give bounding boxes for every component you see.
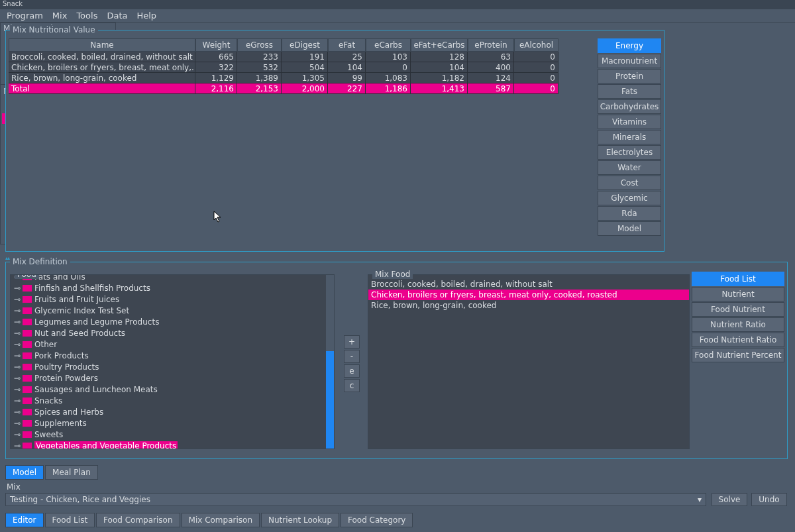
cons-tab[interactable]: Nutrient Ratio bbox=[692, 317, 784, 332]
tree-item[interactable]: ⊸Finfish and Shellfish Products bbox=[13, 282, 334, 293]
cell-value: 400 bbox=[468, 62, 514, 73]
cons-tab[interactable]: Nutrient bbox=[692, 287, 784, 301]
cell-value: 1,129 bbox=[195, 73, 237, 83]
tree-item[interactable]: ⊸Supplements bbox=[13, 417, 334, 429]
folder-icon bbox=[23, 431, 32, 438]
tree-item[interactable]: ⊸Spices and Herbs bbox=[13, 406, 334, 417]
transfer-add-button[interactable]: + bbox=[344, 335, 360, 348]
col-header[interactable]: eFat+eCarbs bbox=[411, 38, 468, 52]
tab-electrolytes[interactable]: Electrolytes bbox=[598, 145, 661, 160]
tree-item[interactable]: ⊸Snacks bbox=[13, 395, 334, 406]
mode-tab-meal-plan[interactable]: Meal Plan bbox=[45, 465, 98, 480]
constraint-type-tabs: Food ListNutrientFood NutrientNutrient R… bbox=[692, 272, 784, 362]
table-row[interactable]: Rice, brown, long-grain, cooked1,1291,38… bbox=[9, 73, 572, 83]
tree-item[interactable]: ⊸Sausages and Luncheon Meats bbox=[13, 384, 334, 395]
view-tab-nutrient-lookup[interactable]: Nutrient Lookup bbox=[261, 513, 339, 527]
mixfood-item[interactable]: Broccoli, cooked, boiled, drained, witho… bbox=[368, 279, 689, 290]
folder-icon bbox=[23, 341, 32, 348]
tree-item[interactable]: ⊸Legumes and Legume Products bbox=[13, 316, 334, 327]
mixfood-item[interactable]: Chicken, broilers or fryers, breast, mea… bbox=[368, 290, 689, 300]
col-header[interactable]: eAlcohol bbox=[514, 38, 558, 52]
nutrition-table: NameWeighteGrosseDigesteFateCarbseFat+eC… bbox=[9, 38, 572, 94]
view-tab-food-list[interactable]: Food List bbox=[45, 513, 95, 527]
folder-icon bbox=[23, 296, 32, 303]
tree-item[interactable]: ⊸Fruits and Fruit Juices bbox=[13, 293, 334, 305]
cell-value: 124 bbox=[468, 73, 514, 83]
tab-macronutrient[interactable]: Macronutrient bbox=[598, 54, 661, 68]
tab-rda[interactable]: Rda bbox=[598, 206, 661, 221]
tree-item[interactable]: ⊸Protein Powders bbox=[13, 372, 334, 384]
menu-tools[interactable]: Tools bbox=[76, 11, 97, 21]
mix-selector[interactable]: Testing - Chicken, Rice and Veggies ▾ bbox=[5, 493, 706, 506]
cell-value: 1,389 bbox=[237, 73, 282, 83]
table-row[interactable]: Chicken, broilers or fryers, breast, mea… bbox=[9, 62, 572, 73]
tab-water[interactable]: Water bbox=[598, 160, 661, 175]
menu-mix[interactable]: Mix bbox=[52, 11, 68, 21]
transfer-e-button[interactable]: e bbox=[344, 364, 360, 378]
tree-item[interactable]: ⊸Poultry Products bbox=[13, 361, 334, 372]
cell-value: 1,186 bbox=[366, 83, 411, 94]
tree-scrollbar[interactable] bbox=[326, 275, 334, 449]
col-header[interactable]: Name bbox=[9, 38, 195, 52]
folder-icon bbox=[23, 330, 32, 337]
tab-fats[interactable]: Fats bbox=[598, 84, 661, 99]
splitter[interactable]: ▴▴▾▾ bbox=[5, 255, 788, 259]
tab-minerals[interactable]: Minerals bbox=[598, 130, 661, 144]
total-row[interactable]: Total2,1162,1532,0002271,1861,4135870 bbox=[9, 83, 572, 94]
tree-item[interactable]: ⊸Glycemic Index Test Set bbox=[13, 305, 334, 316]
tab-protein[interactable]: Protein bbox=[598, 69, 661, 83]
col-header[interactable]: eFat bbox=[328, 38, 366, 52]
solve-button[interactable]: Solve bbox=[712, 493, 747, 506]
folder-icon bbox=[23, 398, 32, 404]
col-header[interactable]: eGross bbox=[237, 38, 282, 52]
cell-value: 0 bbox=[514, 73, 558, 83]
view-tab-food-comparison[interactable]: Food Comparison bbox=[96, 513, 180, 527]
cell-name: Rice, brown, long-grain, cooked bbox=[9, 73, 195, 83]
tab-glycemic[interactable]: Glycemic bbox=[598, 191, 661, 205]
cell-value: 2,153 bbox=[237, 83, 282, 94]
transfer-c-button[interactable]: c bbox=[344, 379, 360, 392]
tab-model[interactable]: Model bbox=[598, 221, 661, 236]
view-tab-food-category[interactable]: Food Category bbox=[341, 513, 413, 527]
col-header[interactable]: eProtein bbox=[468, 38, 514, 52]
col-header[interactable]: eCarbs bbox=[366, 38, 411, 52]
col-header[interactable]: eDigest bbox=[282, 38, 328, 52]
mixfood-item[interactable]: Rice, brown, long-grain, cooked bbox=[368, 300, 689, 311]
view-tab-mix-comparison[interactable]: Mix Comparison bbox=[182, 513, 260, 527]
cell-value: 104 bbox=[328, 62, 366, 73]
tree-item[interactable]: ⊸Fats and Oils bbox=[13, 274, 334, 282]
tab-carbohydrates[interactable]: Carbohydrates bbox=[598, 99, 661, 114]
tree-item[interactable]: ⊸Pork Products bbox=[13, 350, 334, 361]
tree-item[interactable]: ⊸Vegetables and Vegetable Products bbox=[13, 440, 334, 449]
menu-help[interactable]: Help bbox=[136, 11, 156, 21]
tree-item[interactable]: ⊸Nut and Seed Products bbox=[13, 327, 334, 339]
table-row[interactable]: Broccoli, cooked, boiled, drained, witho… bbox=[9, 52, 572, 62]
nutrition-category-tabs: EnergyMacronutrientProteinFatsCarbohydra… bbox=[598, 38, 661, 236]
cons-tab[interactable]: Food Nutrient Ratio bbox=[692, 333, 784, 347]
food-tree: Food ⊸Fats and Oils⊸Finfish and Shellfis… bbox=[10, 274, 335, 449]
cons-tab[interactable]: Food Nutrient bbox=[692, 302, 784, 317]
col-header[interactable]: Weight bbox=[195, 38, 237, 52]
menu-data[interactable]: Data bbox=[107, 11, 127, 21]
tab-cost[interactable]: Cost bbox=[598, 176, 661, 190]
scroll-thumb[interactable] bbox=[326, 351, 334, 449]
cons-tab[interactable]: Food Nutrient Percent bbox=[692, 348, 784, 362]
cell-value: 504 bbox=[282, 62, 328, 73]
folder-icon bbox=[23, 319, 32, 325]
mix-label: Mix bbox=[7, 482, 21, 492]
view-tab-editor[interactable]: Editor bbox=[5, 513, 44, 527]
tree-item[interactable]: ⊸Sweets bbox=[13, 429, 334, 440]
cons-tab[interactable]: Food List bbox=[692, 272, 784, 286]
tab-energy[interactable]: Energy bbox=[598, 38, 661, 53]
tree-item[interactable]: ⊸Other bbox=[13, 339, 334, 350]
menu-program[interactable]: Program bbox=[7, 11, 43, 21]
cell-value: 25 bbox=[328, 52, 366, 62]
cell-value: 191 bbox=[282, 52, 328, 62]
tab-vitamins[interactable]: Vitamins bbox=[598, 115, 661, 129]
cell-value: 0 bbox=[514, 62, 558, 73]
mode-tab-model[interactable]: Model bbox=[5, 465, 44, 480]
menubar: ProgramMixToolsDataHelp bbox=[0, 9, 795, 23]
undo-button[interactable]: Undo bbox=[751, 493, 787, 506]
transfer-remove-button[interactable]: - bbox=[344, 350, 360, 363]
cell-value: 1,182 bbox=[411, 73, 468, 83]
